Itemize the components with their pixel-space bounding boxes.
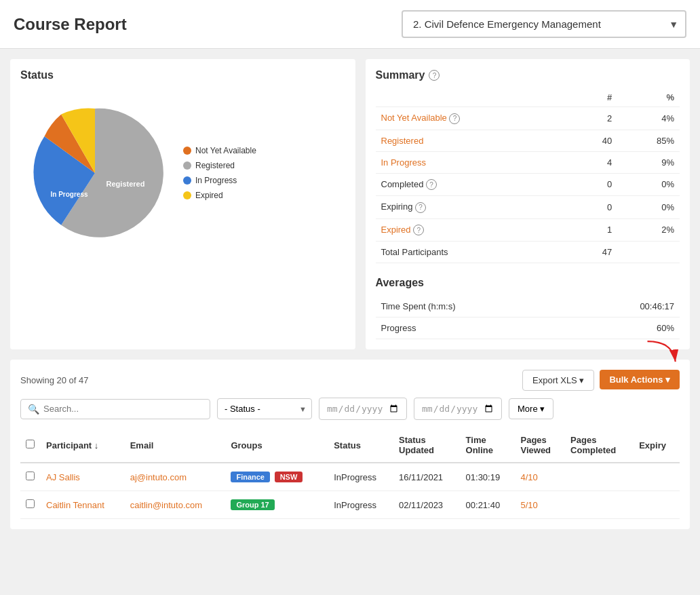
status-select-wrapper: - Status - ▼	[217, 398, 312, 419]
summary-row: Registered 40 85%	[376, 130, 680, 151]
bulk-actions-button[interactable]: Bulk Actions ▾	[600, 370, 680, 389]
filters-row: 🔍 - Status - ▼ More ▾	[20, 398, 680, 420]
date-to-input[interactable]	[414, 398, 502, 420]
summary-row: Expired ? 1 2%	[376, 218, 680, 242]
help-icon[interactable]: ?	[429, 70, 440, 81]
search-input[interactable]	[43, 404, 203, 414]
summary-row: Completed ? 0 0%	[376, 173, 680, 196]
date-from-input[interactable]	[319, 398, 407, 420]
col-label	[376, 88, 572, 107]
table-row: AJ Sallis aj@intuto.com Finance NSW InPr…	[20, 463, 680, 491]
td-pages-completed	[565, 491, 634, 519]
td-name: AJ Sallis	[41, 463, 125, 491]
email-link[interactable]: aj@intuto.com	[130, 472, 187, 482]
status-panel: Status	[10, 59, 355, 349]
td-groups: Group 17	[225, 491, 328, 519]
legend-label: Not Yet Available	[195, 146, 256, 155]
summary-pct: 2%	[617, 218, 680, 242]
summary-pct: 85%	[617, 130, 680, 151]
summary-label: Expiring	[381, 201, 413, 212]
summary-count: 0	[572, 173, 618, 196]
svg-text:Registered: Registered	[106, 180, 145, 188]
th-pages-viewed: PagesViewed	[516, 428, 566, 463]
chart-container: Registered In Progress Not Yet Available…	[20, 92, 345, 248]
summary-row: Expiring ? 0 0%	[376, 196, 680, 219]
main-content: Status	[0, 49, 700, 539]
page-header: Course Report 2. Civil Defence Emergency…	[0, 0, 700, 49]
bottom-section: Showing 20 of 47 Export XLS ▾ Bulk Actio…	[10, 360, 690, 529]
showing-text: Showing 20 of 47	[20, 375, 88, 385]
help-icon[interactable]: ?	[449, 113, 460, 124]
course-select-wrapper[interactable]: 2. Civil Defence Emergency Management ▼	[402, 10, 686, 38]
select-all-checkbox[interactable]	[26, 440, 35, 448]
pages-viewed-link[interactable]: 4/10	[521, 472, 538, 482]
averages-row: Progress 60%	[376, 318, 680, 339]
th-checkbox	[20, 428, 41, 463]
group-tag: Finance	[231, 472, 270, 482]
th-time-online: TimeOnline	[461, 428, 516, 463]
pages-viewed-link[interactable]: 5/10	[521, 500, 538, 510]
group-tag: NSW	[275, 472, 303, 482]
toolbar-buttons: Export XLS ▾ Bulk Actions ▾	[522, 370, 680, 391]
averages-label: Time Spent (h:m:s)	[376, 296, 575, 318]
th-email: Email	[125, 428, 226, 463]
th-participant[interactable]: Participant ↓	[41, 428, 125, 463]
summary-label-link[interactable]: In Progress	[381, 157, 426, 168]
summary-row-total: Total Participants 47	[376, 242, 680, 263]
help-icon[interactable]: ?	[415, 202, 426, 213]
help-icon[interactable]: ?	[413, 225, 424, 235]
td-checkbox	[20, 491, 41, 519]
legend-label: In Progress	[195, 176, 237, 185]
toolbar: Showing 20 of 47 Export XLS ▾ Bulk Actio…	[20, 370, 680, 391]
td-checkbox	[20, 463, 41, 491]
td-email: caitlin@intuto.com	[125, 491, 226, 519]
averages-row: Time Spent (h:m:s) 00:46:17	[376, 296, 680, 318]
row-checkbox[interactable]	[26, 472, 35, 480]
export-xls-button[interactable]: Export XLS ▾	[522, 370, 594, 391]
summary-table: # % Not Yet Available ? 2 4% Registered …	[376, 88, 680, 263]
td-email: aj@intuto.com	[125, 463, 226, 491]
averages-value: 00:46:17	[575, 296, 680, 318]
pie-chart: Registered In Progress	[20, 98, 170, 248]
td-status: InProgress	[328, 463, 393, 491]
td-expiry	[634, 463, 680, 491]
legend-label: Expired	[195, 191, 223, 200]
legend-label: Registered	[195, 161, 235, 170]
table-header-row: Participant ↓ Email Groups Status Status…	[20, 428, 680, 463]
summary-pct: 9%	[617, 151, 680, 173]
summary-label-link[interactable]: Registered	[381, 136, 424, 146]
summary-total-pct	[617, 242, 680, 263]
status-panel-title: Status	[20, 69, 345, 81]
email-link[interactable]: caitlin@intuto.com	[130, 500, 202, 510]
th-expiry: Expiry	[634, 428, 680, 463]
legend-item: Not Yet Available	[183, 146, 256, 155]
summary-count: 2	[572, 107, 618, 130]
participant-link[interactable]: AJ Sallis	[46, 472, 80, 482]
td-pages-completed	[565, 463, 634, 491]
summary-label-link[interactable]: Expired	[381, 225, 411, 235]
search-wrapper: 🔍	[20, 399, 210, 419]
td-name: Caitlin Tennant	[41, 491, 125, 519]
td-time-online: 01:30:19	[461, 463, 516, 491]
row-checkbox[interactable]	[26, 499, 35, 508]
col-hash: #	[572, 88, 618, 107]
participant-link[interactable]: Caitlin Tennant	[46, 500, 104, 510]
svg-text:In Progress: In Progress	[50, 191, 88, 198]
more-button[interactable]: More ▾	[509, 398, 553, 419]
summary-row: Not Yet Available ? 2 4%	[376, 107, 680, 130]
summary-pct: 4%	[617, 107, 680, 130]
summary-count: 40	[572, 130, 618, 151]
averages-title: Averages	[376, 277, 680, 289]
help-icon[interactable]: ?	[426, 179, 437, 190]
summary-label-link[interactable]: Not Yet Available	[381, 113, 447, 123]
col-pct: %	[617, 88, 680, 107]
summary-count: 1	[572, 218, 618, 242]
course-select[interactable]: 2. Civil Defence Emergency Management	[402, 10, 686, 38]
status-select[interactable]: - Status -	[217, 398, 312, 419]
td-status-updated: 02/11/2023	[393, 491, 461, 519]
data-table: Participant ↓ Email Groups Status Status…	[20, 428, 680, 519]
averages-table: Time Spent (h:m:s) 00:46:17 Progress 60%	[376, 296, 680, 339]
summary-pct: 0%	[617, 173, 680, 196]
averages-label: Progress	[376, 318, 575, 339]
legend-dot	[183, 191, 191, 199]
